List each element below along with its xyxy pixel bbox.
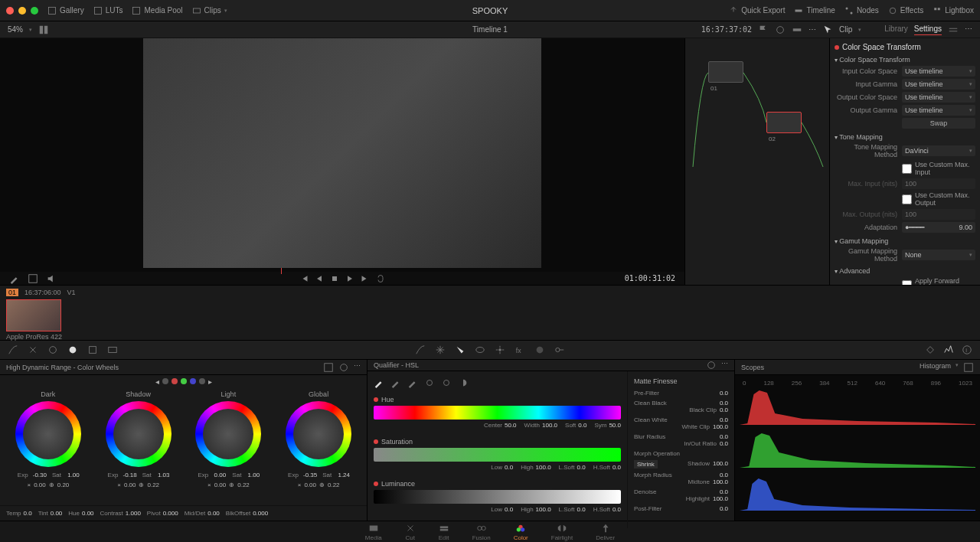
clip-mode[interactable]: Clip <box>839 25 852 34</box>
picker-icon[interactable] <box>9 273 20 284</box>
tone-method-dropdown[interactable]: DaVinci▾ <box>902 145 975 156</box>
saturation-slider[interactable] <box>374 448 621 462</box>
cut-page[interactable]: Cut <box>405 523 416 541</box>
clip-thumbnail[interactable] <box>6 299 61 331</box>
clips-dropdown[interactable]: Clips▾ <box>192 6 227 15</box>
global-color-wheel[interactable] <box>286 401 351 467</box>
secondary-icon[interactable] <box>87 344 98 355</box>
fairlight-page[interactable]: Fairlight <box>551 523 573 541</box>
custom-max-input-check[interactable] <box>902 164 912 174</box>
shadow-color-wheel[interactable] <box>106 401 172 467</box>
media-pool-tab[interactable]: Media Pool <box>132 6 182 15</box>
advanced-section-header[interactable]: Advanced <box>835 267 975 275</box>
viewer-image[interactable] <box>0 38 684 268</box>
luminance-slider[interactable] <box>374 490 621 504</box>
custom-max-output-check[interactable] <box>902 194 912 204</box>
settings-tab[interactable]: Settings <box>914 24 942 35</box>
image-wipe-icon[interactable] <box>28 273 38 284</box>
output-colorspace-dropdown[interactable]: Use timeline▾ <box>902 92 975 103</box>
split-view-icon[interactable] <box>38 24 49 35</box>
feather-plus-icon[interactable] <box>441 377 452 388</box>
svg-point-16 <box>50 347 57 354</box>
light-color-wheel[interactable] <box>195 401 261 467</box>
cursor-icon[interactable] <box>822 24 833 35</box>
loop-icon[interactable] <box>376 274 385 283</box>
sizing-icon[interactable] <box>107 344 118 355</box>
dark-color-wheel[interactable] <box>15 401 81 467</box>
play-icon[interactable] <box>345 274 354 283</box>
fx-icon[interactable]: fx <box>514 344 525 355</box>
lightbox-toggle[interactable]: Lightbox <box>933 6 974 15</box>
qualifier-icon[interactable] <box>455 344 466 355</box>
nodes-toggle[interactable]: Nodes <box>844 6 879 15</box>
curves-icon[interactable] <box>8 344 18 355</box>
feather-minus-icon[interactable] <box>424 377 435 388</box>
minimize-window[interactable] <box>18 7 26 15</box>
inspector-panel: Color Space Transform Color Space Transf… <box>830 38 980 285</box>
shadow-wheel: Shadow Exp-0.18Sat1.03 ×0.00⊕0.22 <box>93 390 184 502</box>
scopes-mode-dropdown[interactable]: Histogram <box>920 362 951 373</box>
hdr-wheels-icon[interactable] <box>67 344 78 355</box>
tone-section-header[interactable]: Tone Mapping <box>835 133 975 141</box>
swap-button[interactable]: Swap <box>902 118 975 129</box>
key-icon[interactable] <box>554 344 565 355</box>
wipe-icon[interactable] <box>775 24 786 35</box>
blur-icon[interactable] <box>534 344 545 355</box>
gamut-section-header[interactable]: Gamut Mapping <box>835 237 975 245</box>
gallery-tab[interactable]: Gallery <box>47 6 84 15</box>
stop-icon[interactable] <box>330 274 339 283</box>
prev-frame-icon[interactable] <box>315 274 324 283</box>
quick-export-button[interactable]: Quick Export <box>729 6 785 15</box>
scopes-options-icon[interactable] <box>963 362 974 373</box>
prev-clip-icon[interactable] <box>299 274 309 283</box>
color-page[interactable]: Color <box>514 523 528 541</box>
scopes-toggle-icon[interactable] <box>943 344 954 355</box>
wheels-mode-icon[interactable] <box>323 362 334 373</box>
picker-plus-icon[interactable] <box>407 377 418 388</box>
tracking-icon[interactable] <box>495 344 505 355</box>
keyframe-icon[interactable] <box>925 344 936 355</box>
close-window[interactable] <box>6 7 14 15</box>
timeline-name[interactable]: Timeline 1 <box>472 25 508 34</box>
picker-minus-icon[interactable] <box>390 377 401 388</box>
cst-section-header[interactable]: Color Space Transform <box>835 56 975 64</box>
gamut-method-dropdown[interactable]: None▾ <box>902 250 975 260</box>
adaptation-field[interactable]: ●━━━━9.00 <box>902 222 975 233</box>
flag-icon[interactable] <box>758 24 769 35</box>
luts-tab[interactable]: LUTs <box>93 6 123 15</box>
zoom-level[interactable]: 54% <box>8 25 23 34</box>
viewer-timecode[interactable]: 16:37:37:02 <box>701 25 752 34</box>
effects-toggle[interactable]: Effects <box>888 6 923 15</box>
deliver-page[interactable]: Deliver <box>596 523 615 541</box>
maximize-window[interactable] <box>31 7 38 15</box>
node-01[interactable]: 01 <box>708 61 743 83</box>
picker-tool-icon[interactable] <box>374 377 384 388</box>
curves-palette-icon[interactable] <box>415 344 426 355</box>
output-gamma-dropdown[interactable]: Use timeline▾ <box>902 105 975 116</box>
input-gamma-dropdown[interactable]: Use timeline▾ <box>902 79 975 90</box>
input-colorspace-dropdown[interactable]: Use timeline▾ <box>902 66 975 77</box>
forward-ootf-check[interactable] <box>902 280 912 286</box>
target-icon[interactable] <box>47 344 58 355</box>
reset-wheels-icon[interactable] <box>338 362 349 373</box>
library-tab[interactable]: Library <box>884 24 908 35</box>
fusion-page[interactable]: Fusion <box>472 523 491 541</box>
nodes-panel[interactable]: 01 02 <box>684 38 830 285</box>
edit-page[interactable]: Edit <box>439 523 449 541</box>
playhead[interactable] <box>281 268 282 274</box>
gallery-icon <box>47 6 57 15</box>
invert-icon[interactable] <box>458 377 469 388</box>
mute-icon[interactable] <box>46 273 57 284</box>
warper-icon[interactable] <box>28 344 38 355</box>
node-02[interactable]: 02 <box>766 112 802 133</box>
media-page[interactable]: Media <box>365 523 382 541</box>
qual-mode-icon[interactable] <box>706 360 717 371</box>
snowflake-icon[interactable] <box>435 344 446 355</box>
next-clip-icon[interactable] <box>361 274 370 283</box>
timeline-toggle[interactable]: Timeline <box>794 6 835 15</box>
highlight-icon[interactable] <box>792 24 802 35</box>
info-icon[interactable]: i <box>962 344 972 355</box>
expand-icon[interactable] <box>948 24 959 35</box>
window-icon[interactable] <box>475 344 485 355</box>
hue-slider[interactable] <box>374 406 621 420</box>
